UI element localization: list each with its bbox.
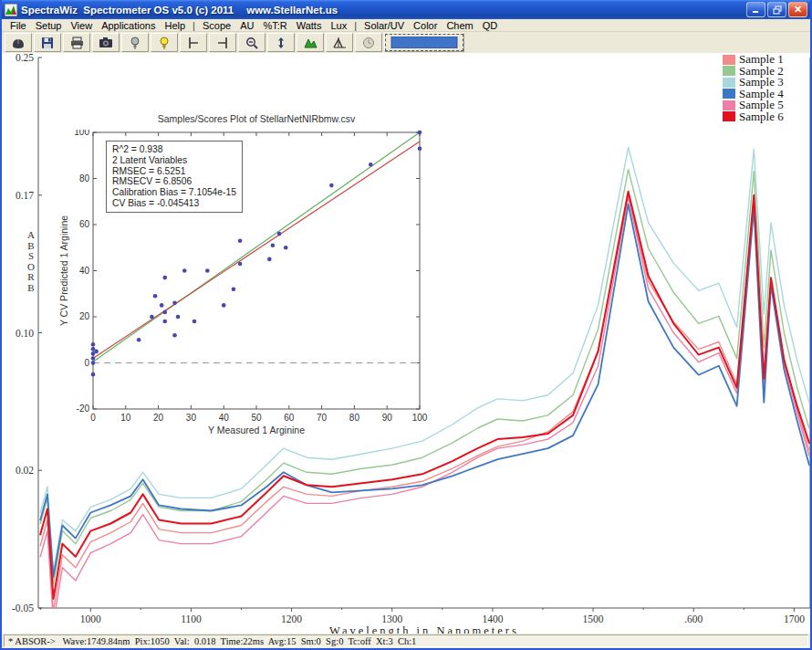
save-icon: [41, 37, 54, 49]
lamp-off-icon: [130, 37, 141, 49]
menu-file[interactable]: File: [5, 20, 31, 31]
svg-text:1200: 1200: [281, 613, 302, 624]
svg-text:0.25: 0.25: [16, 53, 34, 63]
app-logo-icon: [5, 4, 17, 16]
autoscale-y-button[interactable]: [267, 33, 295, 52]
spectrawiz-window: SpectraWiz Spectrometer OS v5.0 (c) 2011…: [0, 0, 812, 650]
svg-text:20: 20: [79, 311, 90, 321]
printer-icon: [70, 37, 84, 49]
title-bar: SpectraWiz Spectrometer OS v5.0 (c) 2011…: [2, 0, 810, 19]
stat-cv-bias: CV Bias = -0.045413: [112, 198, 236, 209]
svg-text:50: 50: [251, 413, 262, 423]
print-button[interactable]: [63, 33, 90, 52]
menu-percent-tr[interactable]: %T:R: [258, 20, 291, 31]
overlay-swatch-icon: [390, 37, 458, 48]
close-button[interactable]: ✕: [788, 2, 807, 17]
svg-text:1400: 1400: [482, 613, 503, 624]
svg-text:80: 80: [79, 173, 90, 183]
zoom-out-icon: [245, 37, 258, 49]
legend-label: Sample 6: [739, 110, 784, 124]
menu-setup[interactable]: Setup: [31, 20, 67, 31]
peak-marker-icon: [333, 37, 347, 48]
scores-plot-title: Samples/Scores Plot of StellarNetNIRbmw.…: [91, 113, 422, 124]
spectrometer-icon: [11, 37, 26, 49]
menu-applications[interactable]: Applications: [97, 20, 160, 31]
menu-watts[interactable]: Watts: [292, 20, 327, 31]
svg-text:1000: 1000: [80, 613, 101, 624]
svg-text:Wavelength in Nanometers: Wavelength in Nanometers: [329, 624, 519, 634]
cursor-right-icon: [216, 37, 229, 49]
chart-area: 0.250.170.100.02-0.051000110012001300140…: [2, 53, 812, 634]
episodic-overlay-button[interactable]: [384, 33, 464, 52]
peaks-icon: [304, 37, 318, 48]
lamp-off-button[interactable]: [121, 33, 149, 52]
svg-text:0: 0: [90, 413, 96, 423]
absorbance-axis-label: ABSORB: [26, 230, 36, 293]
menu-help[interactable]: Help: [160, 20, 190, 31]
menu-qd[interactable]: QD: [478, 20, 503, 31]
time-series-button[interactable]: [355, 33, 382, 52]
svg-text:40: 40: [79, 266, 90, 276]
camera-icon: [99, 37, 113, 48]
acquire-spectrum-button[interactable]: [5, 33, 32, 52]
legend-swatch: [723, 89, 735, 99]
zoom-out-button[interactable]: [238, 33, 265, 52]
lamp-on-icon: [159, 37, 170, 49]
minimize-button[interactable]: [746, 2, 765, 17]
svg-text:0.17: 0.17: [16, 190, 34, 201]
svg-text:60: 60: [79, 219, 90, 229]
legend-swatch: [723, 66, 735, 76]
svg-text:Y CV Predicted 1 Arginine: Y CV Predicted 1 Arginine: [58, 215, 69, 326]
svg-text:20: 20: [153, 413, 164, 423]
clock-icon: [362, 37, 375, 49]
svg-text:1700: 1700: [784, 613, 805, 624]
window-title-url: www.StellarNet.us: [246, 5, 338, 16]
svg-text:70: 70: [317, 413, 328, 423]
stat-rmsecv: RMSECV = 6.8506: [112, 176, 236, 187]
svg-text:90: 90: [382, 413, 393, 423]
svg-text:1100: 1100: [181, 613, 202, 624]
svg-text:100: 100: [412, 413, 428, 423]
status-readout: * ABSOR-> Wave:1749.84nm Pix:1050 Val: 0…: [4, 634, 808, 647]
menu-separator: |: [351, 20, 359, 31]
menu-color[interactable]: Color: [409, 20, 442, 31]
stat-latent: 2 Latent Variables: [112, 155, 236, 166]
legend-swatch: [723, 78, 735, 88]
stat-r2: R^2 = 0.938: [112, 144, 236, 155]
menu-lux[interactable]: Lux: [326, 20, 351, 31]
peak-marker-button[interactable]: [326, 33, 353, 52]
menu-scope[interactable]: Scope: [198, 20, 235, 31]
cursor-left-icon: [187, 37, 200, 49]
svg-text:0: 0: [84, 358, 89, 368]
legend-swatch: [723, 111, 735, 121]
stat-cal-bias: Calibration Bias = 7.1054e-15: [112, 187, 236, 198]
autoscale-icon: [276, 37, 286, 49]
model-stats-box: R^2 = 0.938 2 Latent Variables RMSEC = 6…: [106, 141, 243, 213]
svg-text:1500: 1500: [583, 613, 604, 624]
menu-solar-uv[interactable]: Solar/UV: [359, 20, 409, 31]
svg-text:.600: .600: [684, 613, 703, 624]
toolbar: [2, 32, 810, 53]
menu-view[interactable]: View: [66, 20, 97, 31]
svg-text:0.02: 0.02: [16, 465, 34, 476]
cursor-left-button[interactable]: [180, 33, 207, 52]
menu-chem[interactable]: Chem: [442, 20, 477, 31]
save-button[interactable]: [34, 33, 61, 52]
menu-au[interactable]: AU: [235, 20, 258, 31]
legend-swatch: [723, 100, 735, 110]
svg-text:0.10: 0.10: [16, 328, 34, 339]
legend-item: Sample 6: [723, 111, 784, 123]
cursor-right-button[interactable]: [209, 33, 236, 52]
svg-text:-20: -20: [77, 404, 90, 414]
svg-text:40: 40: [219, 413, 230, 423]
restore-button[interactable]: [767, 2, 786, 17]
status-bar: * ABSOR-> Wave:1749.84nm Pix:1050 Val: 0…: [2, 634, 810, 650]
legend: Sample 1 Sample 2 Sample 3 Sample 4 Samp…: [723, 54, 784, 122]
legend-swatch: [723, 55, 735, 65]
svg-text:30: 30: [186, 413, 197, 423]
view-peaks-button[interactable]: [297, 33, 324, 52]
svg-text:Y Measured 1 Arginine: Y Measured 1 Arginine: [208, 425, 305, 435]
menu-bar: File Setup View Applications Help | Scop…: [2, 19, 810, 32]
lamp-on-button[interactable]: [151, 33, 178, 52]
snapshot-button[interactable]: [92, 33, 120, 52]
